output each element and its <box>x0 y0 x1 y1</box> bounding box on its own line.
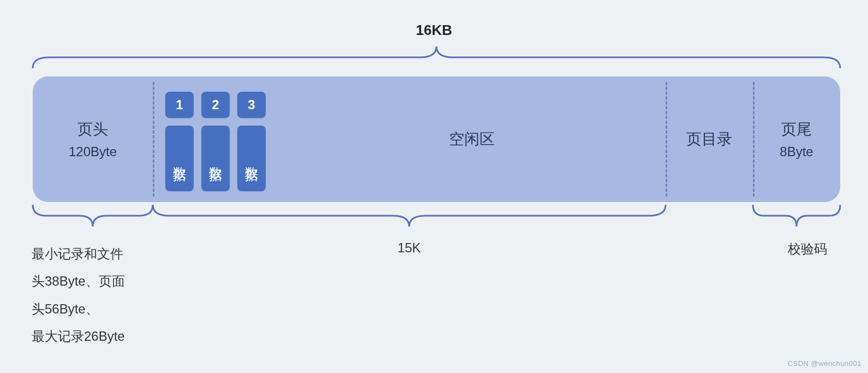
header-note-line: 最大记录26Byte <box>32 323 157 350</box>
brace-tail-icon <box>753 205 840 229</box>
header-note-line: 头56Byte、 <box>32 295 157 323</box>
header-notes: 最小记录和文件 头38Byte、页面 头56Byte、 最大记录26Byte <box>32 240 157 351</box>
data-area-size-label: 15K <box>153 240 666 256</box>
data-cell-box: 数据 <box>237 126 266 191</box>
header-note-line: 头38Byte、页面 <box>32 268 157 295</box>
page-bar: 页头 120Byte 1 2 3 数据 数据 数据 空闲区 页目录 页尾 <box>33 76 840 202</box>
header-title: 页头 <box>77 119 108 140</box>
segment-header: 页头 120Byte <box>33 76 153 202</box>
data-cell-box: 数据 <box>201 126 230 191</box>
header-size: 120Byte <box>69 144 117 159</box>
tail-size: 8Byte <box>780 144 813 159</box>
segment-data: 1 2 3 数据 数据 数据 <box>153 76 278 202</box>
header-note-line: 最小记录和文件 <box>32 240 157 268</box>
segment-directory: 页目录 <box>666 76 753 202</box>
diagram-stage: 16KB 页头 120Byte 1 2 3 数据 数据 数据 空闲区 <box>0 0 868 373</box>
brace-top-icon <box>33 44 840 71</box>
data-index-box: 2 <box>201 92 230 118</box>
tail-title: 页尾 <box>781 119 812 140</box>
brace-header-icon <box>33 205 153 229</box>
tail-checksum-label: 校验码 <box>764 240 851 258</box>
watermark: CSDN @wenchun001 <box>788 359 861 368</box>
data-index-box: 3 <box>237 92 266 118</box>
free-title: 空闲区 <box>449 129 495 150</box>
segment-tail: 页尾 8Byte <box>753 76 840 202</box>
data-cell-box: 数据 <box>165 126 194 191</box>
brace-dataarea-icon <box>153 205 666 229</box>
dir-title: 页目录 <box>686 129 732 150</box>
segment-free: 空闲区 <box>278 76 666 202</box>
data-index-box: 1 <box>165 92 194 118</box>
total-size-label: 16KB <box>0 22 868 39</box>
